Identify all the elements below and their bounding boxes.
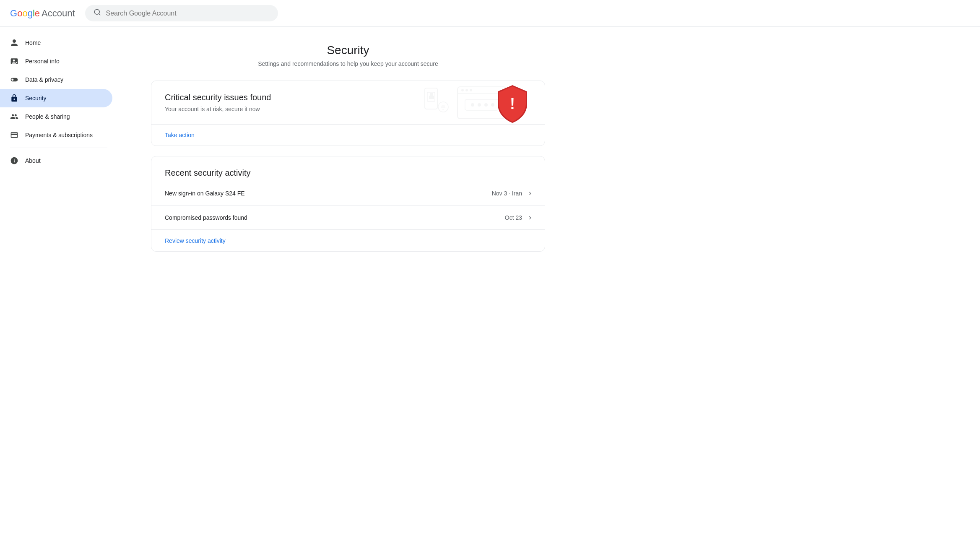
security-alert-shield: ! [494, 83, 531, 127]
svg-text:!: ! [510, 95, 515, 112]
person-circle-icon [10, 39, 18, 47]
svg-point-9 [470, 89, 472, 91]
sidebar-item-security[interactable]: Security [0, 89, 112, 107]
sidebar-item-payments[interactable]: Payments & subscriptions [0, 126, 112, 144]
security-illustration: ! [421, 81, 531, 127]
activity-label-1: Compromised passwords found [165, 214, 247, 221]
activity-card-body: Recent security activity [151, 156, 545, 178]
credit-card-icon [10, 131, 18, 139]
sidebar-label-data-privacy: Data & privacy [25, 76, 63, 83]
security-activity-card: Recent security activity New sign-in on … [151, 156, 545, 252]
review-activity-link[interactable]: Review security activity [165, 237, 226, 244]
activity-right-1: Oct 23 › [505, 213, 531, 222]
google-account-logo[interactable]: Google Account [10, 8, 75, 19]
activity-row-0[interactable]: New sign-in on Galaxy S24 FE Nov 3 · Ira… [151, 181, 545, 206]
activity-right-0: Nov 3 · Iran › [492, 189, 531, 198]
chevron-right-icon-1: › [529, 213, 531, 222]
sidebar-item-home[interactable]: Home [0, 34, 112, 52]
activity-date-0: Nov 3 · Iran [492, 190, 522, 197]
id-card-icon [10, 57, 18, 65]
activity-label-0: New sign-in on Galaxy S24 FE [165, 190, 245, 197]
page-subtitle: Settings and recommendations to help you… [151, 60, 545, 67]
search-bar[interactable] [85, 5, 278, 21]
svg-point-7 [461, 89, 464, 91]
search-icon [94, 8, 101, 18]
sidebar-label-home: Home [25, 39, 41, 46]
critical-security-card: Critical security issues found Your acco… [151, 81, 545, 146]
sidebar-item-personal-info[interactable]: Personal info [0, 52, 112, 70]
critical-security-card-body: Critical security issues found Your acco… [151, 81, 545, 124]
info-icon [10, 156, 18, 165]
activity-date-1: Oct 23 [505, 214, 522, 221]
critical-card-footer: Take action [151, 124, 545, 146]
svg-point-8 [465, 89, 468, 91]
page-title: Security [151, 44, 545, 57]
account-wordmark: Account [42, 8, 75, 19]
svg-point-13 [484, 103, 488, 107]
sidebar-label-security: Security [25, 95, 47, 101]
activity-card-title: Recent security activity [165, 168, 531, 178]
google-wordmark: Google [10, 8, 40, 19]
search-input[interactable] [106, 10, 270, 17]
lock-icon [10, 94, 18, 102]
toggle-icon [10, 75, 18, 84]
activity-card-footer: Review security activity [151, 230, 545, 251]
svg-line-1 [99, 13, 100, 15]
sidebar-item-data-privacy[interactable]: Data & privacy [0, 70, 112, 89]
take-action-link[interactable]: Take action [165, 132, 195, 138]
sidebar-item-people-sharing[interactable]: People & sharing [0, 107, 112, 126]
sidebar-label-payments: Payments & subscriptions [25, 132, 93, 138]
sidebar-divider [10, 148, 107, 148]
sidebar-label-personal-info: Personal info [25, 58, 60, 65]
svg-point-11 [471, 103, 474, 107]
svg-point-12 [478, 103, 481, 107]
activity-row-1[interactable]: Compromised passwords found Oct 23 › [151, 206, 545, 230]
main-content: Security Settings and recommendations to… [117, 27, 579, 549]
sidebar-label-people-sharing: People & sharing [25, 113, 70, 120]
chevron-right-icon-0: › [529, 189, 531, 198]
group-icon [10, 112, 18, 121]
sidebar-label-about: About [25, 157, 41, 164]
sidebar: Home Personal info Data & privacy [0, 27, 117, 549]
header: Google Account [0, 0, 980, 27]
page-layout: Home Personal info Data & privacy [0, 27, 980, 549]
sidebar-item-about[interactable]: About [0, 151, 112, 170]
